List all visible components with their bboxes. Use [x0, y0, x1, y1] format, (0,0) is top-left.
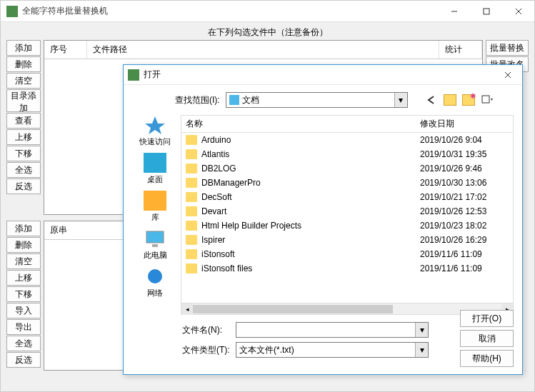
- app-icon: [6, 6, 18, 17]
- help-button[interactable]: 帮助(H): [460, 350, 514, 367]
- document-icon: [229, 95, 239, 105]
- file-name: DB2LOG: [201, 164, 420, 174]
- add-string-button[interactable]: 添加: [6, 221, 41, 236]
- move-down-button[interactable]: 下移: [6, 146, 41, 161]
- file-name: Atlantis: [201, 149, 420, 159]
- place-libraries[interactable]: 库: [144, 191, 166, 223]
- batch-replace-button[interactable]: 批量替换: [486, 40, 529, 56]
- file-list-body[interactable]: Arduino2019/10/26 9:04Atlantis2019/10/31…: [181, 133, 513, 303]
- svg-point-9: [148, 269, 162, 283]
- cancel-button[interactable]: 取消: [460, 330, 514, 347]
- window-title: 全能字符串批量替换机: [22, 5, 438, 17]
- chevron-down-icon[interactable]: ▾: [394, 93, 407, 107]
- filetype-select[interactable]: 文本文件(*.txt) ▾: [236, 342, 429, 358]
- select-all-string-button[interactable]: 全选: [6, 336, 41, 351]
- move-up-string-button[interactable]: 上移: [6, 270, 41, 286]
- minimize-button[interactable]: [438, 1, 470, 22]
- scroll-left-icon[interactable]: ◂: [181, 303, 193, 315]
- network-icon: [144, 266, 166, 286]
- file-date: 2019/11/6 11:09: [420, 263, 513, 273]
- place-desktop[interactable]: 桌面: [144, 153, 166, 185]
- add-button[interactable]: 添加: [6, 40, 41, 56]
- invert-select-button[interactable]: 反选: [6, 179, 41, 194]
- clear-string-button[interactable]: 清空: [6, 253, 41, 269]
- places-bar: 快速访问 桌面 库 此电脑 网络: [132, 115, 178, 315]
- up-folder-icon[interactable]: [444, 94, 456, 106]
- close-button[interactable]: [502, 1, 534, 22]
- folder-icon: [186, 149, 197, 159]
- maximize-button[interactable]: [470, 1, 502, 22]
- invert-string-button[interactable]: 反选: [6, 352, 41, 368]
- filename-label: 文件名(N):: [182, 324, 236, 336]
- export-button[interactable]: 导出: [6, 319, 41, 335]
- col-path[interactable]: 文件路径: [87, 41, 439, 59]
- dialog-icon: [128, 69, 139, 81]
- file-row[interactable]: DB2LOG2019/10/26 9:46: [181, 161, 513, 176]
- chevron-down-icon[interactable]: ▾: [415, 323, 428, 337]
- file-row[interactable]: Html Help Builder Projects2019/10/23 18:…: [181, 218, 513, 233]
- star-icon: [144, 115, 166, 135]
- folder-icon: [186, 249, 197, 259]
- file-date: 2019/10/23 18:02: [420, 221, 513, 231]
- scope-label: 查找范围(I):: [175, 94, 220, 106]
- move-up-button[interactable]: 上移: [6, 129, 41, 145]
- place-computer[interactable]: 此电脑: [144, 228, 167, 261]
- place-network[interactable]: 网络: [144, 266, 166, 298]
- file-name: iStonsoft files: [201, 263, 420, 273]
- file-date: 2019/10/31 19:35: [420, 149, 513, 159]
- scroll-thumb[interactable]: [193, 305, 393, 313]
- view-button[interactable]: 查看: [6, 113, 41, 129]
- file-date: 2019/11/6 11:09: [420, 249, 513, 259]
- file-date: 2019/10/26 9:04: [420, 135, 513, 145]
- file-date: 2019/10/26 12:53: [420, 206, 513, 216]
- file-row[interactable]: Arduino2019/10/26 9:04: [181, 133, 513, 147]
- folder-icon: [186, 263, 197, 273]
- column-name[interactable]: 名称: [181, 118, 420, 130]
- add-dir-button[interactable]: 目录添加: [6, 89, 41, 112]
- col-number[interactable]: 序号: [44, 41, 87, 59]
- folder-icon: [186, 235, 197, 245]
- filename-input[interactable]: ▾: [236, 322, 429, 338]
- folder-icon: [186, 192, 197, 202]
- delete-button[interactable]: 删除: [6, 56, 41, 72]
- folder-icon: [186, 221, 197, 231]
- new-folder-icon[interactable]: ✱: [462, 94, 475, 106]
- select-all-button[interactable]: 全选: [6, 162, 41, 178]
- delete-string-button[interactable]: 删除: [6, 237, 41, 253]
- filetype-label: 文件类型(T):: [182, 344, 236, 356]
- folder-icon: [186, 178, 197, 188]
- back-icon[interactable]: [425, 94, 438, 106]
- file-date: 2019/10/26 16:29: [420, 235, 513, 245]
- file-row[interactable]: iStonsoft files2019/11/6 11:09: [181, 261, 513, 276]
- file-name: Arduino: [201, 135, 420, 145]
- svg-rect-7: [146, 231, 164, 243]
- file-row[interactable]: iStonsoft2019/11/6 11:09: [181, 247, 513, 261]
- file-row[interactable]: Ispirer2019/10/26 16:29: [181, 233, 513, 247]
- view-menu-icon[interactable]: [481, 94, 494, 106]
- scope-select[interactable]: 文档 ▾: [226, 92, 408, 108]
- desktop-icon: [144, 153, 166, 173]
- computer-icon: [144, 228, 166, 248]
- scope-value: 文档: [242, 94, 259, 106]
- import-button[interactable]: 导入: [6, 303, 41, 318]
- chevron-down-icon[interactable]: ▾: [415, 343, 428, 357]
- file-row[interactable]: Atlantis2019/10/31 19:35: [181, 147, 513, 161]
- open-button[interactable]: 打开(O): [460, 310, 514, 327]
- file-row[interactable]: DBManagerPro2019/10/30 13:06: [181, 176, 513, 190]
- move-down-string-button[interactable]: 下移: [6, 286, 41, 302]
- clear-button[interactable]: 清空: [6, 73, 41, 89]
- place-quick-access[interactable]: 快速访问: [139, 115, 171, 147]
- file-row[interactable]: DecSoft2019/10/21 17:02: [181, 190, 513, 204]
- dialog-title: 打开: [144, 69, 494, 81]
- file-date: 2019/10/26 9:46: [420, 164, 513, 174]
- file-name: DecSoft: [201, 192, 420, 202]
- dialog-close-button[interactable]: [494, 65, 522, 85]
- top-left-buttons: 添加 删除 清空 目录添加 查看 上移 下移 全选 反选: [6, 40, 41, 215]
- file-name: Devart: [201, 206, 420, 216]
- titlebar: 全能字符串批量替换机: [1, 1, 534, 22]
- file-row[interactable]: Devart2019/10/26 12:53: [181, 204, 513, 218]
- col-stat[interactable]: 统计: [439, 41, 482, 59]
- file-name: iStonsoft: [201, 249, 420, 259]
- column-date[interactable]: 修改日期: [420, 118, 513, 130]
- svg-rect-1: [484, 9, 489, 14]
